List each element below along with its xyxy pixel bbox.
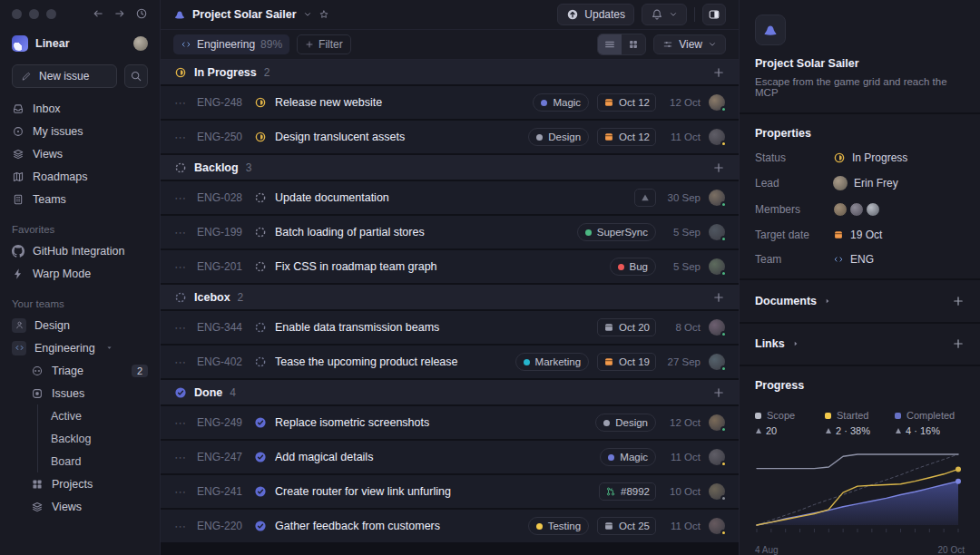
add-issue-button[interactable] xyxy=(712,291,725,304)
assignee-avatar[interactable] xyxy=(709,354,725,370)
label-chip[interactable]: Magic xyxy=(533,93,589,112)
drag-handle[interactable]: ⋯ xyxy=(174,355,189,369)
issue-row-ENG-344[interactable]: ⋯ENG-344Enable data transmission beamsOc… xyxy=(161,311,739,344)
status-value[interactable]: In Progress xyxy=(833,151,907,164)
new-issue-button[interactable]: New issue xyxy=(12,64,117,88)
status-icebox-icon[interactable] xyxy=(254,321,267,334)
forward-icon[interactable] xyxy=(113,7,126,20)
sidebar-item-warp-mode[interactable]: Warp Mode xyxy=(0,262,160,285)
drag-handle[interactable]: ⋯ xyxy=(174,191,189,205)
sidebar-item-backlog[interactable]: Backlog xyxy=(0,427,160,450)
due-date-chip[interactable]: Oct 12 xyxy=(597,128,656,146)
due-date-chip[interactable]: Oct 25 xyxy=(597,517,656,535)
sidebar-item-teams[interactable]: Teams xyxy=(0,188,160,210)
issue-row-ENG-220[interactable]: ⋯ENG-220Gather feedback from customersTe… xyxy=(161,510,739,542)
assignee-avatar[interactable] xyxy=(709,129,725,145)
label-chip[interactable]: Magic xyxy=(600,448,656,466)
sidebar-item-views[interactable]: Views xyxy=(0,142,160,165)
sidebar-item-inbox[interactable]: Inbox xyxy=(0,97,160,120)
target-date-value[interactable]: 19 Oct xyxy=(833,229,882,241)
updates-button[interactable]: Updates xyxy=(557,4,634,25)
drag-handle[interactable]: ⋯ xyxy=(174,520,189,533)
pull-request-chip[interactable]: #8992 xyxy=(599,482,656,501)
drag-handle[interactable]: ⋯ xyxy=(174,416,189,430)
add-document-button[interactable] xyxy=(952,295,965,307)
sidebar-item-projects[interactable]: Projects xyxy=(0,472,160,495)
sidebar-item-active[interactable]: Active xyxy=(0,404,160,427)
members-avatars[interactable] xyxy=(833,202,880,217)
window-dot[interactable] xyxy=(12,9,22,19)
sidebar-team-engineering[interactable]: Engineering xyxy=(0,336,160,359)
issue-row-ENG-247[interactable]: ⋯ENG-247Add magical detailsMagic11 Oct xyxy=(161,441,739,473)
status-in-progress-icon[interactable] xyxy=(254,96,267,109)
issue-row-ENG-402[interactable]: ⋯ENG-402Tease the upcoming product relea… xyxy=(161,346,739,378)
label-chip[interactable]: Testing xyxy=(528,517,589,535)
assignee-avatar[interactable] xyxy=(709,449,725,465)
label-chip[interactable]: Design xyxy=(595,414,656,432)
sidebar-item-triage[interactable]: Triage2 xyxy=(0,359,160,382)
status-done-icon[interactable] xyxy=(254,451,267,463)
assignee-avatar[interactable] xyxy=(709,319,725,336)
status-done-icon[interactable] xyxy=(254,485,267,498)
label-chip[interactable]: SuperSync xyxy=(577,223,656,241)
caret-right-icon[interactable] xyxy=(791,339,800,348)
sidebar-team-design[interactable]: Design xyxy=(0,314,160,336)
sidebar-item-my-issues[interactable]: My issues xyxy=(0,120,160,142)
sidebar-item-board[interactable]: Board xyxy=(0,450,160,472)
label-chip[interactable]: Design xyxy=(528,128,589,146)
assignee-avatar[interactable] xyxy=(709,483,725,500)
panel-project-title[interactable]: Project Solar Sailer xyxy=(755,57,965,70)
sidebar-item-github-integration[interactable]: GitHub Integration xyxy=(0,239,160,262)
warning-chip[interactable] xyxy=(634,189,656,207)
assignee-avatar[interactable] xyxy=(709,414,725,431)
assignee-avatar[interactable] xyxy=(709,518,725,534)
window-controls[interactable] xyxy=(12,9,56,19)
status-in-progress-icon[interactable] xyxy=(254,131,267,143)
team-filter-chip[interactable]: Engineering 89% xyxy=(173,34,289,54)
label-chip[interactable]: Bug xyxy=(610,258,656,276)
assignee-avatar[interactable] xyxy=(709,190,725,206)
filter-button[interactable]: Filter xyxy=(297,34,351,54)
assignee-avatar[interactable] xyxy=(709,224,725,240)
window-dot[interactable] xyxy=(29,9,39,19)
issue-row-ENG-199[interactable]: ⋯ENG-199Batch loading of partial storesS… xyxy=(161,216,739,248)
chevron-down-icon[interactable] xyxy=(303,10,312,19)
drag-handle[interactable]: ⋯ xyxy=(174,485,189,499)
workspace-switcher[interactable]: Linear xyxy=(0,27,160,60)
view-options-button[interactable]: View xyxy=(653,34,726,54)
status-backlog-icon[interactable] xyxy=(254,191,267,204)
window-dot[interactable] xyxy=(46,9,56,19)
add-issue-button[interactable] xyxy=(712,386,725,399)
issue-row-ENG-241[interactable]: ⋯ENG-241Create router for view link unfu… xyxy=(161,475,739,508)
star-icon[interactable] xyxy=(318,9,329,20)
back-icon[interactable] xyxy=(92,7,104,20)
caret-right-icon[interactable] xyxy=(823,297,832,306)
drag-handle[interactable]: ⋯ xyxy=(174,226,189,239)
drag-handle[interactable]: ⋯ xyxy=(174,96,189,110)
lead-value[interactable]: Erin Frey xyxy=(833,176,898,190)
search-button[interactable] xyxy=(124,64,148,88)
status-icebox-icon[interactable] xyxy=(254,355,267,368)
team-value[interactable]: ENG xyxy=(833,253,874,266)
assignee-avatar[interactable] xyxy=(709,94,725,111)
status-backlog-icon[interactable] xyxy=(254,260,267,273)
list-view-button[interactable] xyxy=(598,34,622,54)
due-date-chip[interactable]: Oct 12 xyxy=(597,93,656,112)
issue-row-ENG-028[interactable]: ⋯ENG-028Update documentation30 Sep xyxy=(161,181,739,214)
links-title[interactable]: Links xyxy=(755,337,785,350)
drag-handle[interactable]: ⋯ xyxy=(174,451,189,464)
label-chip[interactable]: Marketing xyxy=(515,353,590,371)
project-icon-box[interactable] xyxy=(755,15,786,45)
assignee-avatar[interactable] xyxy=(709,258,725,275)
add-issue-button[interactable] xyxy=(712,161,725,174)
add-issue-button[interactable] xyxy=(712,66,725,79)
sidebar-item-issues[interactable]: Issues xyxy=(0,382,160,404)
issue-row-ENG-250[interactable]: ⋯ENG-250Design translucent assetsDesignO… xyxy=(161,121,739,153)
toggle-right-panel-button[interactable] xyxy=(702,4,726,25)
drag-handle[interactable]: ⋯ xyxy=(174,321,189,335)
notifications-button[interactable] xyxy=(642,4,687,25)
board-view-button[interactable] xyxy=(622,34,645,54)
issue-row-ENG-248[interactable]: ⋯ENG-248Release new websiteMagicOct 1212… xyxy=(161,86,739,119)
status-done-icon[interactable] xyxy=(254,520,267,532)
sidebar-item-roadmaps[interactable]: Roadmaps xyxy=(0,165,160,188)
